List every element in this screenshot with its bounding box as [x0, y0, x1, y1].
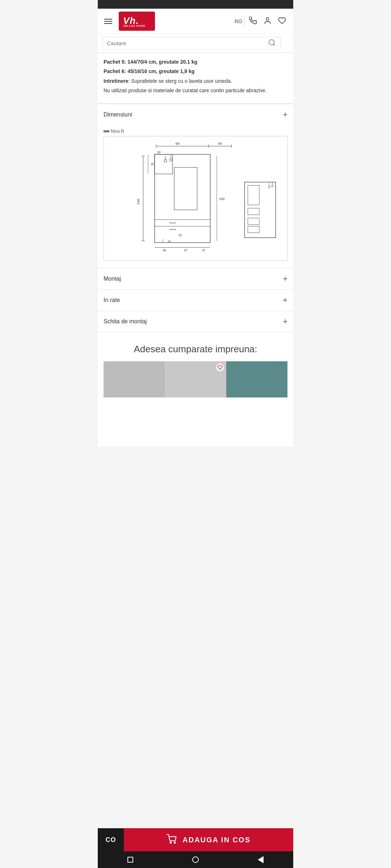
wishlist-icon[interactable]: [276, 14, 288, 28]
schita-section: Schita de montaj +: [98, 311, 293, 332]
user-icon[interactable]: [261, 14, 274, 28]
package5-text: Pachet 5: 144/70/4 cm, greutate 20.1 kg: [104, 58, 287, 66]
language-selector[interactable]: RO: [232, 17, 245, 26]
schita-toggle-icon: +: [283, 318, 287, 326]
svg-text:15: 15: [168, 240, 171, 243]
svg-rect-46: [248, 218, 260, 224]
header: Vh. VELLEA HOME RO: [98, 9, 293, 34]
phone-icon[interactable]: [247, 14, 259, 28]
montaj-header[interactable]: Montaj +: [98, 268, 293, 289]
svg-text:40: 40: [218, 141, 222, 145]
intretinere-text: Intretinere: Suprafetele se sterg cu o l…: [104, 77, 287, 85]
svg-text:37: 37: [202, 249, 206, 252]
svg-rect-20: [155, 154, 173, 174]
product-thumbnail-2[interactable]: [165, 361, 226, 397]
status-bar: [98, 0, 293, 9]
header-actions: RO: [232, 14, 288, 28]
svg-rect-45: [248, 208, 260, 214]
svg-text:45: 45: [163, 249, 167, 252]
svg-rect-44: [248, 185, 260, 205]
schita-header[interactable]: Schita de montaj +: [98, 311, 293, 332]
svg-point-23: [170, 158, 172, 161]
svg-text:193: 193: [219, 197, 224, 201]
search-button[interactable]: [268, 39, 276, 48]
nina-label: Nina R: [104, 129, 287, 134]
svg-text:VELLEA HOME: VELLEA HOME: [123, 25, 145, 27]
dimensiuni-content: Nina R 68 40: [98, 125, 293, 268]
logo[interactable]: Vh. VELLEA HOME: [119, 12, 155, 31]
product-thumbnail-1[interactable]: [104, 361, 165, 397]
montaj-toggle-icon: +: [283, 275, 287, 283]
in-rate-section: In rate +: [98, 290, 293, 311]
svg-rect-19: [174, 167, 197, 209]
svg-point-50: [272, 185, 273, 187]
schita-label: Schita de montaj: [104, 318, 147, 325]
svg-point-2: [266, 17, 269, 20]
svg-rect-43: [245, 182, 276, 238]
dimensiuni-label: Dimensiuni: [104, 111, 132, 118]
search-bar: [98, 34, 293, 53]
dimensiuni-toggle-icon: +: [283, 111, 287, 119]
svg-text:68: 68: [176, 141, 180, 145]
intretinere-label: Intretinere: [104, 78, 128, 84]
montaj-label: Montaj: [104, 276, 121, 282]
in-rate-toggle-icon: +: [283, 296, 287, 304]
package6-text: Pachet 6: 45/16/16 cm, greutate 1,9 kg: [104, 67, 287, 75]
thumbnails-row: [104, 361, 287, 397]
accordion: Dimensiuni + Nina R: [98, 104, 293, 332]
logo-svg: Vh. VELLEA HOME: [122, 14, 151, 27]
menu-button[interactable]: [103, 17, 114, 25]
svg-text:37: 37: [184, 249, 188, 252]
intretinere-desc: : Suprafetele se sterg cu o laveta usor …: [128, 78, 232, 84]
in-rate-label: In rate: [104, 297, 120, 303]
svg-text:25: 25: [151, 162, 154, 166]
product-thumbnail-3[interactable]: [226, 361, 287, 397]
in-rate-header[interactable]: In rate +: [98, 290, 293, 311]
svg-rect-47: [248, 226, 260, 233]
svg-point-48: [268, 186, 270, 188]
often-bought-title: Adesea cumparate impreuna:: [104, 343, 287, 356]
dimension-diagram: 68 40 140: [104, 136, 287, 261]
svg-point-3: [269, 39, 274, 45]
dimensiuni-section: Dimensiuni + Nina R: [98, 104, 293, 268]
nu-utilizati-text: Nu utilizati produse si materiale de cur…: [104, 86, 287, 94]
often-bought-section: Adesea cumparate impreuna:: [98, 332, 293, 403]
main-content: Pachet 5: 144/70/4 cm, greutate 20.1 kg …: [98, 53, 293, 447]
package-info-section: Pachet 5: 144/70/4 cm, greutate 20.1 kg …: [98, 53, 293, 104]
logo-text: Vh. VELLEA HOME: [122, 14, 151, 29]
svg-text:15: 15: [178, 233, 182, 237]
svg-point-21: [164, 159, 167, 162]
svg-text:140: 140: [136, 199, 140, 205]
product-wishlist-2[interactable]: [216, 363, 224, 371]
search-input[interactable]: [102, 37, 281, 50]
montaj-section: Montaj +: [98, 268, 293, 290]
dimensiuni-header[interactable]: Dimensiuni +: [98, 104, 293, 125]
svg-text:20: 20: [157, 151, 161, 154]
svg-line-4: [273, 44, 275, 46]
